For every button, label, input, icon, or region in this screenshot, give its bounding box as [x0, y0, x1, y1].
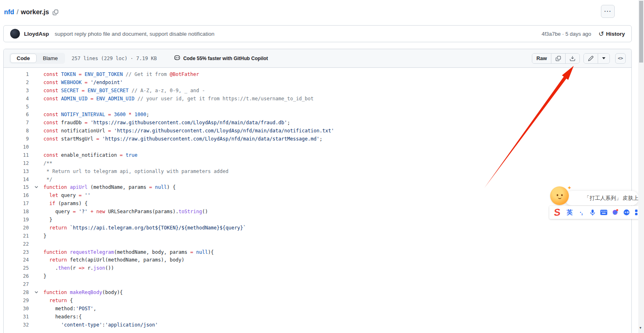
fold-chevron-icon[interactable]	[29, 184, 43, 192]
commit-author[interactable]: LloydAsp	[24, 31, 49, 37]
fold-chevron-icon[interactable]	[29, 71, 43, 79]
fold-chevron-icon[interactable]	[29, 208, 43, 216]
scrollbar[interactable]: ▾	[638, 0, 644, 333]
line-number[interactable]: 12	[4, 160, 29, 168]
fold-chevron-icon[interactable]	[29, 103, 43, 111]
line-number[interactable]: 28	[4, 289, 29, 297]
line-number[interactable]: 6	[4, 111, 29, 119]
fold-chevron-icon[interactable]	[29, 224, 43, 232]
file-viewer: Code Blame 257 lines (229 loc) · 7.19 KB…	[3, 49, 632, 333]
fold-chevron-icon[interactable]	[29, 305, 43, 313]
fold-chevron-icon[interactable]	[29, 249, 43, 257]
download-raw-button[interactable]	[565, 54, 579, 63]
fold-chevron-icon[interactable]	[29, 135, 43, 143]
fold-chevron-icon[interactable]	[29, 272, 43, 281]
more-options-button[interactable]: ···	[601, 5, 615, 18]
code-text: return {	[43, 297, 73, 305]
breadcrumb-repo-link[interactable]: nfd	[4, 9, 14, 16]
line-number[interactable]: 19	[4, 216, 29, 224]
commit-sha-time[interactable]: 4f3a7be · 5 days ago	[542, 31, 591, 37]
ime-notification[interactable]: 「打工人系列」 皮肤上线 ×	[565, 191, 639, 205]
line-number[interactable]: 20	[4, 224, 29, 232]
fold-chevron-icon[interactable]	[29, 192, 43, 200]
robot-icon[interactable]	[622, 208, 631, 217]
keyboard-icon[interactable]	[600, 208, 608, 217]
edit-dropdown-button[interactable]	[598, 54, 609, 63]
fold-chevron-icon[interactable]	[29, 160, 43, 168]
code-text: const enable_notification = true	[43, 151, 137, 160]
commit-message[interactable]: support reply photo file and document, s…	[55, 31, 215, 37]
fold-chevron-icon[interactable]	[29, 79, 43, 87]
line-number[interactable]: 16	[4, 192, 29, 200]
ime-popup: 「打工人系列」 皮肤上线 × ✦ S 英 ·,	[549, 185, 644, 221]
line-number[interactable]: 1	[4, 71, 29, 79]
fold-chevron-icon[interactable]	[29, 313, 43, 321]
line-number[interactable]: 8	[4, 127, 29, 135]
history-link[interactable]: ↺ History	[598, 30, 625, 38]
line-number[interactable]: 13	[4, 168, 29, 176]
punctuation-icon[interactable]: ·,	[577, 208, 585, 217]
line-number[interactable]: 21	[4, 232, 29, 240]
microphone-icon[interactable]	[588, 208, 596, 217]
line-number[interactable]: 15	[4, 184, 29, 192]
line-number[interactable]: 14	[4, 176, 29, 184]
line-number[interactable]: 24	[4, 256, 29, 264]
line-number[interactable]: 26	[4, 272, 29, 281]
line-number[interactable]: 2	[4, 79, 29, 87]
line-number[interactable]: 7	[4, 119, 29, 127]
line-number[interactable]: 18	[4, 208, 29, 216]
copy-path-icon[interactable]	[52, 9, 59, 16]
code-line: 23 function requestTelegram(methodName, …	[4, 249, 631, 257]
fold-chevron-icon[interactable]	[29, 232, 43, 240]
line-number[interactable]: 31	[4, 313, 29, 321]
fold-chevron-icon[interactable]	[29, 216, 43, 224]
skin-icon[interactable]	[611, 208, 619, 217]
tab-blame[interactable]: Blame	[37, 54, 65, 63]
fold-chevron-icon[interactable]	[29, 143, 43, 151]
fold-chevron-icon[interactable]	[29, 95, 43, 103]
fold-chevron-icon[interactable]	[29, 240, 43, 249]
sogou-logo-icon[interactable]: S	[552, 208, 562, 217]
sun-skin-icon[interactable]	[550, 186, 569, 205]
tab-code[interactable]: Code	[10, 54, 37, 63]
line-number[interactable]: 23	[4, 249, 29, 257]
fold-chevron-icon[interactable]	[29, 111, 43, 119]
fold-chevron-icon[interactable]	[29, 176, 43, 184]
fold-chevron-icon[interactable]	[29, 200, 43, 208]
line-number[interactable]: 4	[4, 95, 29, 103]
copy-raw-button[interactable]	[551, 54, 565, 63]
fold-chevron-icon[interactable]	[29, 264, 43, 272]
fold-chevron-icon[interactable]	[29, 87, 43, 95]
line-number[interactable]: 9	[4, 135, 29, 143]
fold-chevron-icon[interactable]	[29, 256, 43, 264]
line-number[interactable]: 30	[4, 305, 29, 313]
line-number[interactable]: 11	[4, 151, 29, 160]
line-number[interactable]: 5	[4, 103, 29, 111]
line-number[interactable]: 10	[4, 143, 29, 151]
edit-button[interactable]	[584, 54, 598, 63]
fold-chevron-icon[interactable]	[29, 289, 43, 297]
line-number[interactable]: 29	[4, 297, 29, 305]
fold-chevron-icon[interactable]	[29, 151, 43, 160]
language-toggle-icon[interactable]: 英	[566, 208, 574, 217]
line-number[interactable]: 22	[4, 240, 29, 249]
avatar[interactable]	[10, 29, 20, 39]
line-number[interactable]: 27	[4, 281, 29, 289]
raw-button[interactable]: Raw	[532, 54, 551, 63]
fold-chevron-icon[interactable]	[29, 321, 43, 329]
code-text: const fraudDb = 'https://raw.githubuserc…	[43, 119, 290, 127]
symbols-panel-button[interactable]: <>	[615, 53, 626, 64]
code-line: 20 return `https://api.telegram.org/bot$…	[4, 224, 631, 232]
fold-chevron-icon[interactable]	[29, 281, 43, 289]
fold-chevron-icon[interactable]	[29, 297, 43, 305]
line-number[interactable]: 25	[4, 264, 29, 272]
fold-chevron-icon[interactable]	[29, 168, 43, 176]
fold-chevron-icon[interactable]	[29, 119, 43, 127]
scrollbar-thumb[interactable]	[639, 1, 643, 63]
line-number[interactable]: 17	[4, 200, 29, 208]
line-number[interactable]: 3	[4, 87, 29, 95]
fold-chevron-icon[interactable]	[29, 127, 43, 135]
copilot-banner[interactable]: Code 55% faster with GitHub Copilot	[174, 54, 268, 62]
line-number[interactable]: 32	[4, 321, 29, 329]
scrollbar-down-arrow[interactable]: ▾	[640, 326, 642, 330]
